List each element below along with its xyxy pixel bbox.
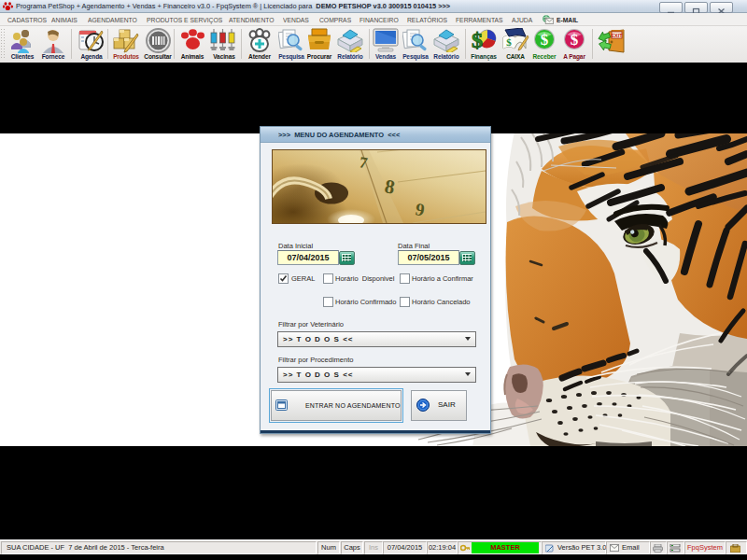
svg-text:$: $ [541, 31, 549, 49]
svg-text:$: $ [571, 31, 579, 49]
svg-text:EXIT: EXIT [611, 33, 623, 38]
svg-text:$: $ [506, 36, 512, 48]
svg-text:$: $ [472, 28, 483, 52]
